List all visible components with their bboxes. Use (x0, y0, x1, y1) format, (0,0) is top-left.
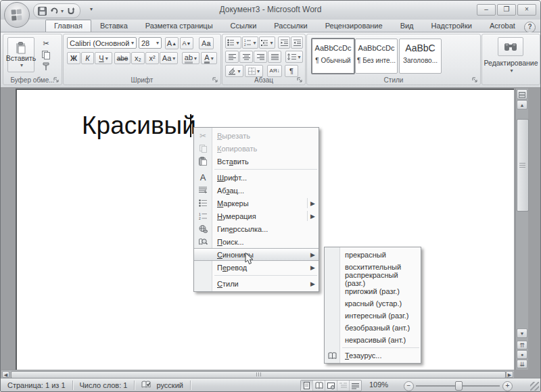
web-layout-view-icon[interactable] (325, 381, 337, 391)
tab-review[interactable]: Рецензирование (316, 20, 392, 32)
synonym-item[interactable]: интересный (разг.) (325, 310, 421, 322)
select-browse-object-icon[interactable]: ● (517, 350, 527, 359)
italic-button[interactable]: К (81, 52, 94, 64)
paragraph-dialog-launcher-icon[interactable] (297, 76, 304, 83)
menu-item-styles[interactable]: Стили ▶ (194, 277, 319, 290)
scroll-down-icon[interactable]: ▼ (517, 328, 527, 338)
tab-addins[interactable]: Надстройки (423, 20, 481, 32)
font-name-combo[interactable]: Calibri (Основной те▾ (67, 37, 137, 49)
strikethrough-button[interactable]: abe (114, 52, 131, 64)
scroll-up-icon[interactable]: ▲ (517, 100, 527, 109)
synonym-item[interactable]: безобразный (ант.) (325, 322, 421, 334)
synonym-item[interactable]: прекрасный (325, 249, 421, 261)
menu-item-synonyms[interactable]: Синонимы ▶ (194, 248, 319, 261)
next-page-icon[interactable]: ⇊ (517, 360, 527, 368)
clear-formatting-button[interactable]: Аа (199, 37, 214, 49)
resize-grip[interactable] (530, 382, 539, 391)
language-indicator[interactable]: русский (154, 381, 190, 390)
align-left-button[interactable] (225, 51, 239, 63)
menu-item-translate[interactable]: Перевод ▶ (194, 261, 319, 274)
decrease-indent-button[interactable] (278, 36, 290, 49)
find-button[interactable] (498, 37, 523, 56)
increase-indent-button[interactable] (291, 36, 303, 49)
tab-mailings[interactable]: Рассылки (265, 20, 316, 32)
shrink-font-button[interactable]: А▼ (180, 37, 193, 49)
tab-view[interactable]: Вид (392, 20, 423, 32)
cut-icon[interactable]: ✂ (39, 37, 53, 49)
office-button[interactable] (4, 2, 30, 28)
underline-button[interactable]: Ч▾ (95, 52, 112, 64)
sort-button[interactable]: АЯ↓ (267, 65, 282, 77)
spellcheck-icon[interactable] (135, 381, 154, 390)
editing-group-label[interactable]: Редактирование ▾ (482, 59, 540, 74)
font-dialog-launcher-icon[interactable] (212, 76, 219, 83)
synonym-item[interactable]: красный (устар.) (325, 297, 421, 310)
tab-home[interactable]: Главная (45, 20, 91, 32)
print-layout-view-icon[interactable] (301, 381, 313, 391)
grow-font-button[interactable]: А▲ (165, 37, 179, 49)
menu-item-paste[interactable]: Вставить (194, 155, 319, 168)
numbering-button[interactable]: 12▾ (242, 36, 258, 49)
borders-button[interactable]: ▾ (245, 65, 263, 77)
fullscreen-reading-view-icon[interactable] (313, 381, 325, 391)
format-painter-icon[interactable] (39, 60, 53, 72)
menu-item-thesaurus[interactable]: Тезаурус... (325, 349, 421, 362)
outline-view-icon[interactable] (337, 381, 350, 391)
shading-button[interactable]: ▾ (225, 65, 243, 77)
style-normal[interactable]: AaBbCcDc ¶ Обычный (311, 38, 355, 74)
superscript-button[interactable]: x² (145, 52, 159, 64)
synonym-item[interactable]: некрасивый (ант.) (325, 334, 421, 346)
vertical-scrollbar[interactable]: ▲ ▼ ⇈ ● ⇊ (515, 89, 528, 370)
styles-dialog-launcher-icon[interactable] (472, 76, 479, 83)
paste-dropdown-arrow[interactable]: ▾ (20, 62, 23, 68)
font-size-combo[interactable]: 28▾ (139, 37, 162, 49)
justify-button[interactable] (268, 51, 281, 63)
menu-item-font[interactable]: А Шрифт... (194, 171, 319, 184)
synonym-item[interactable]: пригожий (разг.) (325, 285, 421, 297)
close-button[interactable]: × (517, 4, 536, 16)
line-spacing-button[interactable]: ▾ (285, 51, 303, 63)
zoom-slider-thumb[interactable] (455, 381, 463, 391)
minimize-button[interactable]: – (477, 4, 496, 16)
align-right-button[interactable] (254, 51, 267, 63)
copy-icon[interactable] (39, 49, 53, 61)
redo-icon[interactable] (67, 7, 76, 15)
zoom-level[interactable]: 109% (369, 381, 388, 389)
bullets-button[interactable]: ▾ (225, 36, 241, 49)
previous-page-icon[interactable]: ⇈ (517, 341, 527, 349)
save-icon[interactable] (38, 7, 47, 16)
word-count[interactable]: Число слов: 1 (73, 381, 135, 390)
scroll-right-icon[interactable]: ▶ (506, 371, 513, 378)
style-no-spacing[interactable]: AaBbCcDc ¶ Без инте... (355, 39, 398, 74)
zoom-out-icon[interactable]: − (404, 381, 414, 391)
undo-icon[interactable]: ▾ (50, 7, 64, 15)
qat-customize-icon[interactable]: ▾ (90, 6, 93, 12)
menu-item-hyperlink[interactable]: Гиперссылка... (194, 222, 319, 235)
clipboard-dialog-launcher-icon[interactable] (53, 76, 60, 83)
subscript-button[interactable]: x₂ (131, 52, 145, 64)
align-center-button[interactable] (239, 51, 253, 63)
document-text[interactable]: Красивый (82, 112, 196, 140)
show-paragraph-marks-button[interactable]: ¶ (285, 65, 298, 77)
maximize-button[interactable]: ❐ (497, 4, 516, 16)
tab-acrobat[interactable]: Acrobat (481, 20, 524, 32)
scroll-left-icon[interactable]: ◀ (2, 371, 9, 378)
bold-button[interactable]: Ж (67, 52, 80, 64)
font-color-button[interactable]: А▾ (201, 52, 217, 64)
draft-view-icon[interactable] (350, 381, 361, 391)
menu-item-paragraph[interactable]: Абзац... (194, 184, 319, 197)
menu-item-bullets[interactable]: Маркеры ▶ (194, 197, 319, 210)
tab-page-layout[interactable]: Разметка страницы (137, 20, 222, 32)
ruler-toggle-icon[interactable] (517, 89, 527, 99)
tab-references[interactable]: Ссылки (222, 20, 266, 32)
multilevel-list-button[interactable]: ▾ (259, 36, 275, 49)
zoom-in-icon[interactable]: + (502, 381, 513, 391)
undo-dropdown-arrow[interactable]: ▾ (61, 8, 64, 14)
page-indicator[interactable]: Страница: 1 из 1 (1, 381, 73, 390)
tab-insert[interactable]: Вставка (91, 20, 137, 32)
highlight-color-button[interactable]: ab▾ (182, 52, 199, 64)
help-icon[interactable]: ? (524, 22, 536, 33)
menu-item-lookup[interactable]: Поиск... (194, 235, 319, 248)
paste-button[interactable]: Вставить ▾ (7, 37, 34, 72)
change-case-button[interactable]: Аа▾ (160, 52, 178, 64)
